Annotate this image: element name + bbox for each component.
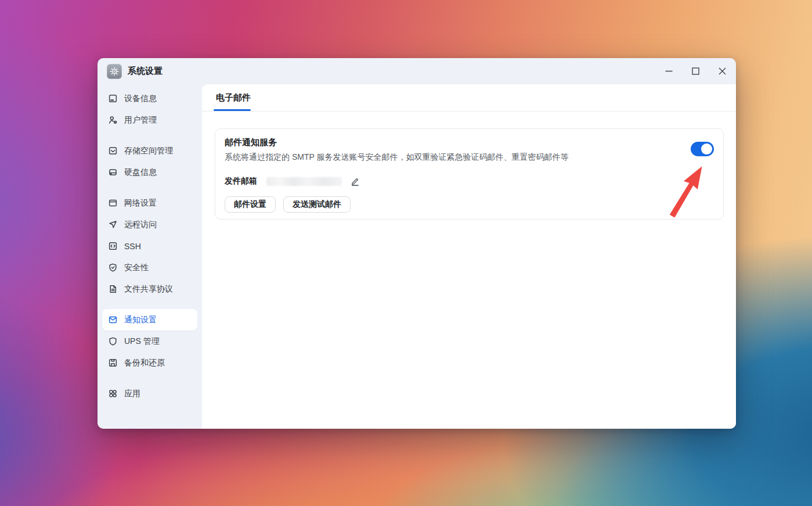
card-actions: 邮件设置 发送测试邮件 — [225, 196, 714, 213]
storage-icon — [108, 146, 118, 156]
sidebar-item-label: SSH — [124, 242, 141, 251]
card-title: 邮件通知服务 — [225, 137, 714, 148]
sidebar-item-label: 通知设置 — [124, 315, 157, 325]
sidebar-item-network-settings[interactable]: 网络设置 — [102, 192, 197, 214]
tab-bar: 电子邮件 — [202, 84, 736, 112]
tab-active-underline — [214, 109, 251, 111]
backup-restore-icon — [108, 358, 118, 368]
sidebar-item-label: 存储空间管理 — [124, 146, 173, 156]
sidebar-group-apps: 应用 — [98, 383, 202, 404]
sidebar-item-notification-settings[interactable]: 通知设置 — [102, 309, 197, 331]
sidebar-item-ups-management[interactable]: UPS 管理 — [102, 331, 197, 352]
sidebar-group-device: 设备信息 用户管理 — [98, 88, 202, 131]
sidebar-item-label: 设备信息 — [124, 94, 157, 104]
user-management-icon — [108, 115, 118, 125]
sidebar-group-storage: 存储空间管理 硬盘信息 — [98, 140, 202, 183]
security-shield-icon — [108, 263, 118, 272]
mail-notification-card: 邮件通知服务 系统将通过指定的 SMTP 服务发送账号安全邮件，如双重验证紧急验… — [215, 128, 724, 220]
sidebar-item-label: 远程访问 — [124, 220, 157, 230]
notification-mail-icon — [108, 315, 118, 325]
window-title: 系统设置 — [128, 66, 163, 77]
sidebar-item-device-info[interactable]: 设备信息 — [102, 88, 197, 109]
hard-disk-icon — [108, 167, 118, 177]
apps-grid-icon — [108, 389, 118, 399]
window-controls — [659, 58, 731, 84]
mail-notification-toggle[interactable] — [691, 142, 714, 156]
main-panel: 电子邮件 邮件通知服务 系统将通过指定的 SMTP 服务发送账号安全邮件，如双重… — [202, 84, 736, 429]
ssh-icon — [108, 241, 118, 251]
sidebar-item-user-management[interactable]: 用户管理 — [102, 109, 197, 131]
sidebar-item-file-sharing[interactable]: 文件共享协议 — [102, 278, 197, 300]
sender-email-redacted-value — [266, 177, 342, 186]
system-settings-window: 系统设置 设备信息 用户管理 — [98, 58, 736, 429]
file-sharing-icon — [108, 284, 118, 294]
sidebar: 设备信息 用户管理 存储空间管理 硬盘信息 — [98, 84, 202, 429]
edit-sender-button[interactable] — [350, 177, 360, 186]
sidebar-item-remote-access[interactable]: 远程访问 — [102, 214, 197, 235]
sidebar-item-label: 安全性 — [124, 263, 149, 273]
gear-icon — [107, 64, 122, 79]
sidebar-item-storage-management[interactable]: 存储空间管理 — [102, 140, 197, 162]
network-icon — [108, 198, 118, 208]
sidebar-item-label: 文件共享协议 — [124, 284, 173, 295]
tab-email[interactable]: 电子邮件 — [216, 84, 251, 111]
sidebar-item-hard-disk-info[interactable]: 硬盘信息 — [102, 162, 197, 183]
sidebar-item-label: 用户管理 — [124, 115, 157, 125]
maximize-button[interactable] — [686, 63, 705, 80]
sidebar-item-label: 网络设置 — [124, 198, 157, 209]
pencil-icon — [350, 177, 360, 186]
sidebar-item-label: 备份和还原 — [124, 358, 165, 368]
card-description: 系统将通过指定的 SMTP 服务发送账号安全邮件，如双重验证紧急验证码邮件、重置… — [225, 152, 714, 163]
sidebar-group-network: 网络设置 远程访问 SSH 安全性 文件共享协议 — [98, 192, 202, 300]
sidebar-item-ssh[interactable]: SSH — [102, 235, 197, 257]
sidebar-item-backup-restore[interactable]: 备份和还原 — [102, 352, 197, 374]
ups-shield-icon — [108, 336, 118, 346]
sidebar-item-label: 应用 — [124, 389, 140, 399]
sidebar-item-apps[interactable]: 应用 — [102, 383, 197, 404]
remote-access-icon — [108, 220, 118, 229]
close-button[interactable] — [713, 63, 731, 80]
send-test-mail-button[interactable]: 发送测试邮件 — [283, 196, 351, 213]
sidebar-item-security[interactable]: 安全性 — [102, 257, 197, 278]
sidebar-group-notification: 通知设置 UPS 管理 备份和还原 — [98, 309, 202, 374]
sender-email-row: 发件邮箱 — [225, 176, 714, 186]
sender-email-label: 发件邮箱 — [225, 176, 257, 186]
toggle-knob — [701, 143, 712, 155]
sidebar-item-label: UPS 管理 — [124, 336, 160, 347]
device-info-icon — [108, 94, 118, 103]
sidebar-item-label: 硬盘信息 — [124, 167, 157, 178]
mail-settings-button[interactable]: 邮件设置 — [225, 196, 276, 213]
titlebar: 系统设置 — [98, 58, 736, 84]
minimize-button[interactable] — [659, 63, 678, 80]
